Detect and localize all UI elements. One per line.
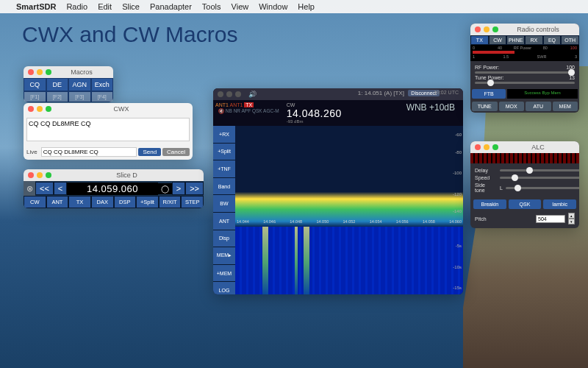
side-log[interactable]: LOG — [213, 282, 235, 294]
menu-radio[interactable]: Radio — [66, 2, 87, 11]
menu-slice[interactable]: Slice — [122, 2, 140, 11]
app-name[interactable]: SmartSDR — [16, 2, 56, 11]
cancel-button[interactable]: Cancel — [162, 148, 190, 156]
slice-dax[interactable]: DAX — [91, 196, 114, 208]
zoom-icon[interactable] — [492, 144, 498, 150]
close-icon[interactable] — [28, 106, 34, 112]
close-icon[interactable] — [28, 69, 34, 75]
tune-button[interactable]: TUNE — [472, 102, 498, 111]
delay-slider[interactable] — [500, 169, 579, 171]
atu-button[interactable]: ATU — [526, 102, 551, 111]
tab-cw[interactable]: CW — [489, 35, 507, 45]
breakin-button[interactable]: Breakin — [473, 199, 506, 209]
pitch-input[interactable] — [536, 215, 565, 223]
menu-view[interactable]: View — [232, 2, 249, 11]
macro-de[interactable]: DE — [46, 78, 69, 91]
tx-badge: TX — [244, 102, 254, 107]
cwx-text-input[interactable]: CQ CQ DL8MRE CQ — [26, 118, 190, 141]
close-icon[interactable] — [218, 91, 223, 97]
ftb-button[interactable]: FTB — [472, 89, 506, 99]
slice-rxit[interactable]: R/XIT — [159, 196, 182, 208]
minimize-icon[interactable] — [37, 172, 43, 178]
zoom-icon[interactable] — [492, 26, 498, 32]
freq-down-fast[interactable]: << — [35, 182, 54, 195]
freq-ticks: 14.04414.046 14.04814.050 14.05214.054 1… — [235, 219, 463, 224]
menu-tools[interactable]: Tools — [202, 2, 221, 11]
pan-sidebar: +RX +Split +TNF Band BW ANT Disp MEM▸ +M… — [213, 126, 235, 294]
macro-exch[interactable]: Exch — [91, 78, 114, 91]
slice-dsp[interactable]: DSP — [114, 196, 137, 208]
speaker-icon[interactable]: 🔊 — [248, 91, 257, 98]
slice-tx[interactable]: TX — [68, 196, 91, 208]
close-icon[interactable] — [475, 26, 481, 32]
freq-up-fast[interactable]: >> — [185, 182, 204, 195]
ant1-label: ANT1 — [215, 102, 229, 107]
lock-icon[interactable]: ◯ — [158, 183, 172, 194]
slice-frequency[interactable]: 14.059.060 — [67, 183, 157, 195]
mute-icon[interactable]: 🔇 — [218, 108, 224, 113]
side-split[interactable]: +Split — [213, 144, 235, 161]
macro-cq[interactable]: CQ — [24, 78, 46, 91]
menu-edit[interactable]: Edit — [98, 2, 112, 11]
side-rx[interactable]: +RX — [213, 126, 235, 144]
zoom-icon[interactable] — [46, 106, 51, 112]
slice-window: Slice D ⊗ << < 14.059.060 ◯ > >> CW ANT … — [24, 169, 204, 208]
close-icon[interactable] — [475, 144, 481, 150]
pitch-up-icon[interactable]: ▴ — [568, 213, 575, 219]
macro-f4[interactable]: [F4] — [91, 91, 114, 102]
rc-title: Radio controls — [501, 26, 575, 33]
tune-power-slider[interactable] — [475, 82, 575, 84]
side-band[interactable]: Band — [213, 178, 235, 196]
mox-button[interactable]: MOX — [499, 102, 525, 111]
menu-panadapter[interactable]: Panadapter — [150, 2, 192, 11]
slice-close-icon[interactable]: ⊗ — [24, 181, 35, 196]
send-button[interactable]: Send — [138, 148, 161, 156]
slice-ant[interactable]: ANT — [46, 196, 69, 208]
pitch-down-icon[interactable]: ▾ — [568, 219, 575, 224]
minimize-icon[interactable] — [37, 69, 43, 75]
radio-controls-window: Radio controls TX CW PHNE RX EQ OTH 0 40… — [470, 24, 579, 113]
rf-power-slider[interactable] — [475, 71, 575, 74]
slice-split[interactable]: +Split — [136, 196, 159, 208]
spectrum-display[interactable]: 14.04414.046 14.04814.050 14.05214.054 1… — [235, 126, 463, 294]
iambic-button[interactable]: Iambic — [543, 199, 576, 209]
side-disp[interactable]: Disp — [213, 230, 235, 248]
zoom-icon[interactable] — [46, 69, 51, 75]
utc-time: 19:02 UTC — [434, 90, 459, 95]
side-addmem[interactable]: +MEM — [213, 265, 235, 283]
macro-agn[interactable]: AGN — [68, 78, 91, 91]
tab-tx[interactable]: TX — [470, 35, 489, 45]
slice-step[interactable]: STEP — [181, 196, 204, 208]
close-icon[interactable] — [28, 172, 34, 178]
mode-label: CW — [287, 102, 342, 107]
macro-f3[interactable]: [F3] — [68, 91, 91, 102]
tab-rx[interactable]: RX — [525, 35, 543, 45]
freq-down[interactable]: < — [54, 182, 67, 195]
side-mem[interactable]: MEM▸ — [213, 247, 235, 265]
macro-f1[interactable]: [F1] — [24, 91, 46, 102]
tab-eq[interactable]: EQ — [543, 35, 562, 45]
cwx-live-input[interactable] — [41, 147, 137, 157]
side-bw[interactable]: BW — [213, 195, 235, 213]
minimize-icon[interactable] — [484, 144, 490, 150]
menubar: SmartSDR Radio Edit Slice Panadapter Too… — [0, 0, 588, 13]
side-tnf[interactable]: +TNF — [213, 160, 235, 178]
qsk-button[interactable]: QSK — [509, 199, 542, 209]
minimize-icon[interactable] — [226, 91, 232, 97]
minimize-icon[interactable] — [484, 26, 490, 32]
zoom-icon[interactable] — [46, 172, 51, 178]
side-ant[interactable]: ANT — [213, 213, 235, 230]
freq-up[interactable]: > — [172, 182, 185, 195]
zoom-icon[interactable] — [235, 91, 241, 97]
tab-phne[interactable]: PHNE — [506, 35, 525, 45]
slice-cw[interactable]: CW — [24, 196, 46, 208]
pan-frequency[interactable]: 14.048.260 — [287, 107, 342, 119]
speed-slider[interactable] — [500, 177, 579, 179]
menu-window[interactable]: Window — [259, 2, 287, 11]
sidetone-slider[interactable] — [506, 187, 579, 189]
mem-button[interactable]: MEM — [553, 102, 578, 111]
tab-oth[interactable]: OTH — [561, 35, 579, 45]
macro-f2[interactable]: [F2] — [46, 91, 69, 102]
menu-help[interactable]: Help — [298, 2, 315, 11]
minimize-icon[interactable] — [37, 106, 43, 112]
